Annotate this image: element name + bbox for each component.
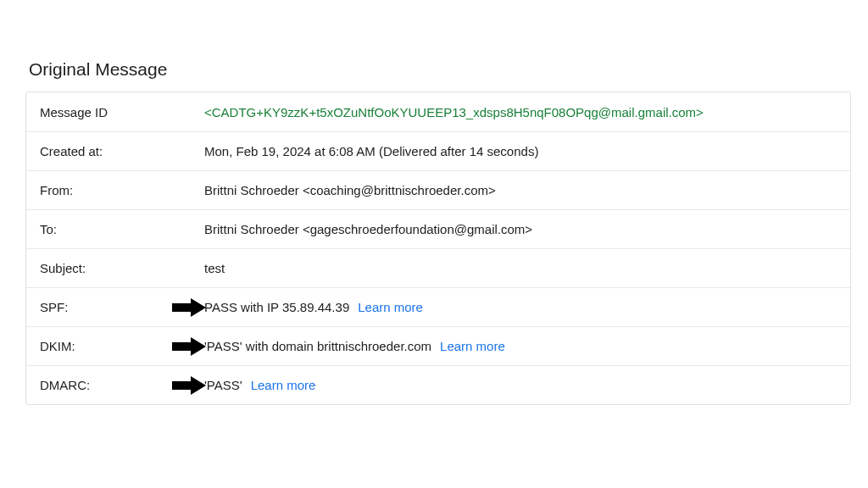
value-created-at: Mon, Feb 19, 2024 at 6:08 AM (Delivered …: [204, 144, 538, 158]
learn-more-dkim-link[interactable]: Learn more: [440, 339, 505, 353]
svg-marker-1: [172, 337, 206, 356]
value-to: Brittni Schroeder <gageschroederfoundati…: [204, 222, 532, 236]
label-subject: Subject:: [40, 261, 204, 275]
row-subject: Subject: test: [26, 248, 850, 287]
original-message-panel: Message ID <CADTG+KY9zzK+t5xOZuNtfOoKYUU…: [25, 92, 851, 405]
row-dmarc: DMARC: 'PASS' Learn more: [26, 365, 850, 404]
row-spf: SPF: PASS with IP 35.89.44.39 Learn more: [26, 287, 850, 326]
label-to: To:: [40, 222, 204, 236]
arrow-right-icon: [172, 297, 208, 319]
row-dkim: DKIM: 'PASS' with domain brittnischroede…: [26, 326, 850, 365]
learn-more-dmarc-link[interactable]: Learn more: [251, 378, 316, 392]
value-dkim: 'PASS' with domain brittnischroeder.com: [204, 339, 431, 353]
row-created-at: Created at: Mon, Feb 19, 2024 at 6:08 AM…: [26, 131, 850, 170]
row-from: From: Brittni Schroeder <coaching@brittn…: [26, 170, 850, 209]
arrow-right-icon: [172, 374, 208, 396]
value-subject: test: [204, 261, 225, 275]
value-from: Brittni Schroeder <coaching@brittnischro…: [204, 183, 496, 197]
value-dmarc: 'PASS': [204, 378, 242, 392]
page-title: Original Message: [29, 59, 851, 80]
label-from: From:: [40, 183, 204, 197]
svg-marker-2: [172, 376, 206, 395]
arrow-right-icon: [172, 336, 208, 358]
value-spf: PASS with IP 35.89.44.39: [204, 300, 349, 314]
learn-more-spf-link[interactable]: Learn more: [358, 300, 423, 314]
label-message-id: Message ID: [40, 105, 204, 119]
svg-marker-0: [172, 298, 206, 317]
value-message-id: <CADTG+KY9zzK+t5xOZuNtfOoKYUUEEP13_xdsps…: [204, 105, 704, 119]
row-message-id: Message ID <CADTG+KY9zzK+t5xOZuNtfOoKYUU…: [26, 92, 850, 131]
row-to: To: Brittni Schroeder <gageschroederfoun…: [26, 209, 850, 248]
label-created-at: Created at:: [40, 144, 204, 158]
